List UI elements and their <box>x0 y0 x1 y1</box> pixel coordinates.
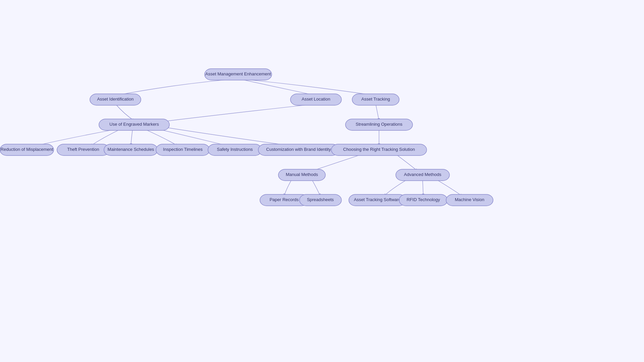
node-vision: Machine Vision <box>446 194 493 206</box>
node-engraved: Use of Engraved Markers <box>99 119 169 130</box>
node-inspection: Inspection Timelines <box>156 144 210 156</box>
node-rfid: RFID Technology <box>399 194 447 206</box>
node-asset-loc: Asset Location <box>290 94 341 105</box>
node-asset-id: Asset Identification <box>90 94 141 105</box>
edge-assetloc-engraved <box>164 104 316 121</box>
node-inspection-label: Inspection Timelines <box>163 147 203 152</box>
node-safety: Safety Instructions <box>208 144 262 156</box>
edge-assetid-engraved <box>115 104 134 121</box>
edge-advanced-vision <box>436 179 462 196</box>
edge-choosesol-manual <box>312 154 362 171</box>
node-assetsoftware-label: Asset Tracking Software <box>354 197 401 202</box>
edge-assettrack-streamline <box>376 104 379 121</box>
node-rfid-label: RFID Technology <box>407 197 440 202</box>
node-assettrack-label: Asset Tracking <box>361 97 390 102</box>
edge-advanced-assetsoftware <box>384 179 408 196</box>
node-manual-label: Manual Methods <box>286 172 318 177</box>
node-spreadsheets-label: Spreadsheets <box>307 197 334 202</box>
node-brand-label: Customization with Brand Identity <box>266 147 331 152</box>
edge-advanced-rfid <box>423 180 423 196</box>
node-asset-software: Asset Tracking Software <box>349 194 406 206</box>
node-choose-sol: Choosing the Right Tracking Solution <box>331 144 427 156</box>
node-choosesol-label: Choosing the Right Tracking Solution <box>343 147 415 152</box>
node-brand: Customization with Brand Identity <box>258 144 339 156</box>
node-vision-label: Machine Vision <box>455 197 484 202</box>
node-theft: Theft Prevention <box>57 144 109 156</box>
mindmap-diagram: Asset Management Enhancement Asset Ident… <box>0 0 644 362</box>
edge-root-assetid <box>115 79 238 96</box>
node-maintenance-label: Maintenance Schedules <box>108 147 154 152</box>
edge-manual-paper <box>284 179 292 196</box>
node-streamline: Streamlining Operations <box>345 119 413 130</box>
node-engraved-label: Use of Engraved Markers <box>109 122 159 127</box>
node-root-label: Asset Management Enhancement <box>205 71 271 76</box>
edge-engraved-theft <box>91 129 121 146</box>
node-misplace-label: Reduction of Misplacement <box>1 147 53 152</box>
edge-engraved-misplace <box>35 129 117 146</box>
edge-engraved-brand <box>161 127 292 146</box>
node-safety-label: Safety Instructions <box>217 147 253 152</box>
edge-root-assettrack <box>238 79 376 96</box>
node-root: Asset Management Enhancement <box>205 69 272 80</box>
edge-choosesol-advanced <box>396 154 418 171</box>
node-paper-label: Paper Records <box>270 197 299 202</box>
node-advanced-label: Advanced Methods <box>404 172 441 177</box>
edge-engraved-maintenance <box>131 130 132 146</box>
node-asset-track: Asset Tracking <box>352 94 399 105</box>
node-assetloc-label: Asset Location <box>302 97 330 102</box>
edge-manual-spreadsheets <box>312 180 320 196</box>
edge-root-assetloc <box>238 79 316 96</box>
edge-engraved-inspection <box>144 129 178 146</box>
node-spreadsheets: Spreadsheets <box>300 194 341 206</box>
node-assetid-label: Asset Identification <box>97 97 133 102</box>
node-advanced: Advanced Methods <box>396 169 449 181</box>
node-maintenance: Maintenance Schedules <box>104 144 158 156</box>
node-manual: Manual Methods <box>278 169 325 181</box>
node-streamline-label: Streamlining Operations <box>356 122 402 127</box>
node-misplace: Reduction of Misplacement <box>0 144 54 156</box>
node-theft-label: Theft Prevention <box>67 147 99 152</box>
